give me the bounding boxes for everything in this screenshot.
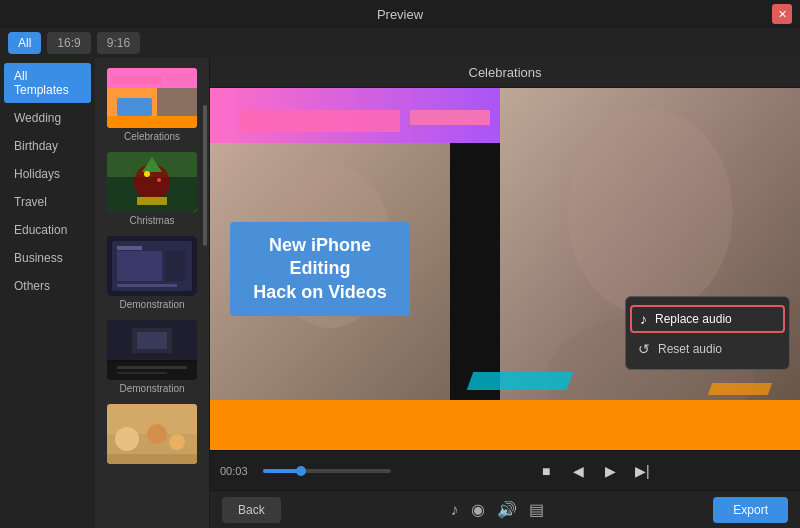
sidebar-item-all-templates[interactable]: All Templates [4,63,91,103]
replace-audio-button[interactable]: ♪ Replace audio [630,305,785,333]
template-thumb-food [107,404,197,464]
pink-strip-2 [410,110,490,125]
play-button[interactable]: ▶ [598,459,622,483]
template-label-celebrations: Celebrations [124,131,180,142]
music-icon[interactable]: ♪ [451,501,459,519]
overlay-text: New iPhone EditingHack on Videos [244,234,396,304]
circle-icon[interactable]: ◉ [471,500,485,519]
tab-row: All 16:9 9:16 [0,28,800,58]
close-button[interactable]: ✕ [772,4,792,24]
svg-rect-17 [165,251,185,281]
video-right [500,88,800,450]
transport-controls: ■ ◀ ▶ ▶| [534,459,654,483]
reset-audio-icon: ↺ [638,341,650,357]
window-title: Preview [377,7,423,22]
orange-bottom-bar [210,400,800,450]
svg-point-31 [169,434,185,450]
svg-point-13 [157,178,161,182]
pink-strip-1 [240,110,400,132]
reset-audio-button[interactable]: ↺ Reset audio [626,335,789,363]
tab-16-9[interactable]: 16:9 [47,32,90,54]
sidebar-item-others[interactable]: Others [4,273,91,299]
tab-9-16[interactable]: 9:16 [97,32,140,54]
preview-title: Celebrations [469,65,542,80]
template-label-christmas: Christmas [129,215,174,226]
scroll-indicator [203,105,207,246]
tab-all[interactable]: All [8,32,41,54]
svg-rect-18 [117,246,142,250]
svg-rect-4 [107,116,197,128]
svg-point-29 [115,427,139,451]
template-label-demo2: Demonstration [119,383,184,394]
replace-audio-icon: ♪ [640,311,647,327]
svg-point-30 [147,424,167,444]
template-demo1[interactable]: Demonstration [95,230,209,314]
progress-bar[interactable] [263,469,391,473]
svg-rect-16 [117,251,162,281]
next-button[interactable]: ▶| [630,459,654,483]
preview-area: Celebrations [210,58,800,528]
bottom-bar: Back ♪ ◉ 🔊 ▤ Export [210,490,800,528]
template-thumb-demo2 [107,320,197,380]
sidebar-item-wedding[interactable]: Wedding [4,105,91,131]
template-thumb-celebrations [107,68,197,128]
diagonal-strip-1 [467,372,574,390]
template-thumb-christmas [107,152,197,212]
sidebar-item-birthday[interactable]: Birthday [4,133,91,159]
preview-header: Celebrations [210,58,800,88]
template-list: Celebrations Christmas [95,58,210,528]
template-thumb-demo1 [107,236,197,296]
text-overlay: New iPhone EditingHack on Videos [230,222,410,316]
controls-bar: 00:03 ■ ◀ ▶ ▶| [210,450,800,490]
svg-rect-19 [117,284,177,287]
stop-button[interactable]: ■ [534,459,558,483]
bottom-icons: ♪ ◉ 🔊 ▤ [451,500,544,519]
sidebar: All Templates Wedding Birthday Holidays … [0,58,95,528]
template-label-demo1: Demonstration [119,299,184,310]
template-food[interactable] [95,398,209,471]
svg-rect-24 [107,362,197,380]
svg-rect-25 [117,366,187,369]
audio-popup: ♪ Replace audio ↺ Reset audio [625,296,790,370]
reset-audio-label: Reset audio [658,342,722,356]
video-right-inner [500,88,800,450]
main-content: All Templates Wedding Birthday Holidays … [0,58,800,528]
svg-rect-6 [157,88,197,116]
preview-canvas: New iPhone EditingHack on Videos [210,88,800,450]
svg-rect-5 [117,98,152,116]
time-display: 00:03 [220,465,255,477]
svg-rect-26 [117,372,167,374]
title-bar: Preview ✕ [0,0,800,28]
template-christmas[interactable]: Christmas [95,146,209,230]
svg-rect-23 [137,332,167,349]
celebration-background: New iPhone EditingHack on Videos [210,88,800,450]
template-demo2[interactable]: Demonstration [95,314,209,398]
export-button[interactable]: Export [713,497,788,523]
svg-point-12 [144,171,150,177]
back-button[interactable]: Back [222,497,281,523]
svg-rect-10 [137,197,167,205]
template-celebrations[interactable]: Celebrations [95,62,209,146]
sidebar-item-education[interactable]: Education [4,217,91,243]
progress-dot [296,466,306,476]
svg-rect-3 [167,76,192,82]
volume-icon[interactable]: 🔊 [497,500,517,519]
svg-rect-32 [107,454,197,464]
sidebar-item-travel[interactable]: Travel [4,189,91,215]
sidebar-item-holidays[interactable]: Holidays [4,161,91,187]
replace-audio-label: Replace audio [655,312,732,326]
layout-icon[interactable]: ▤ [529,500,544,519]
prev-button[interactable]: ◀ [566,459,590,483]
diagonal-strip-2 [708,383,772,395]
svg-point-36 [567,109,732,316]
svg-rect-2 [112,76,162,84]
sidebar-item-business[interactable]: Business [4,245,91,271]
